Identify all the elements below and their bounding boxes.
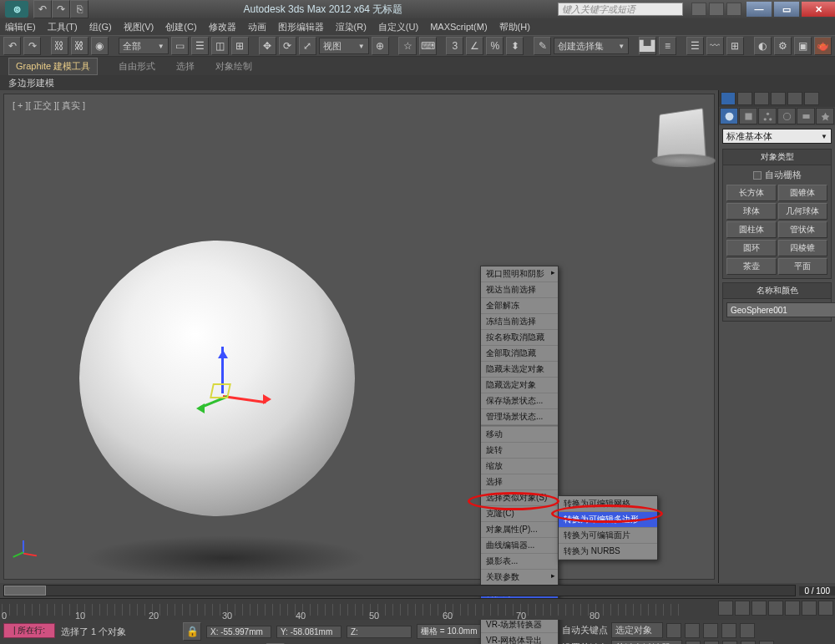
prim-teapot[interactable]: 茶壶 <box>726 258 777 275</box>
menu-group[interactable]: 组(G) <box>89 21 112 33</box>
ref-coord[interactable]: 视图▼ <box>319 38 369 54</box>
select-region-btn[interactable]: ◫ <box>211 37 229 55</box>
angle-snap-btn[interactable]: ∠ <box>466 37 483 55</box>
editset-btn[interactable]: ✎ <box>534 37 551 55</box>
next-frame-btn[interactable] <box>721 623 736 638</box>
ribbon-panel[interactable]: 多边形建模 <box>8 77 54 89</box>
minimize-button[interactable]: — <box>746 2 772 17</box>
goto-start-btn[interactable] <box>666 623 681 638</box>
ctx-item[interactable]: 管理场景状态... <box>481 409 558 425</box>
ctx-item[interactable]: 选择类似对象(S) <box>481 490 558 506</box>
prim-box[interactable]: 长方体 <box>726 185 777 201</box>
coord-x[interactable]: X: -55.997mm <box>206 626 271 638</box>
render-btn[interactable]: 🫖 <box>814 37 832 55</box>
qat-btn[interactable]: ⎘ <box>70 0 89 18</box>
hierarchy-tab[interactable] <box>758 108 777 124</box>
ctx-item[interactable]: 对象属性(P)... <box>481 522 558 538</box>
mirror-btn[interactable]: ▙▟ <box>639 37 656 55</box>
ribbon-tab-freeform[interactable]: 自由形式 <box>119 60 155 73</box>
coord-y[interactable]: Y: -58.081mm <box>276 626 342 638</box>
lock-icon[interactable]: 🔒 <box>183 622 201 641</box>
ctx-item[interactable]: 隐藏未选定对象 <box>481 362 558 378</box>
menu-rendering[interactable]: 渲染(R) <box>336 21 367 33</box>
display-icon[interactable] <box>787 92 802 105</box>
unlink-btn[interactable]: ⛓̸ <box>71 37 89 55</box>
select-btn[interactable]: ▭ <box>171 37 189 55</box>
ctx-item[interactable]: 冻结当前选择 <box>481 314 558 330</box>
keymode-btn[interactable]: ⌨ <box>419 37 437 55</box>
prim-pyramid[interactable]: 四棱锥 <box>778 240 828 256</box>
link-btn[interactable]: ⛓ <box>51 37 68 55</box>
nav-btn[interactable] <box>722 641 737 645</box>
help-search[interactable]: 键入关键字或短语 <box>558 3 683 16</box>
prim-cylinder[interactable]: 圆柱体 <box>726 221 777 238</box>
star-icon[interactable] <box>709 3 724 16</box>
menu-customize[interactable]: 自定义(U) <box>378 21 418 33</box>
object-name-field[interactable] <box>726 302 835 317</box>
qat-btn[interactable]: ↶ <box>33 0 52 18</box>
create-tab[interactable] <box>720 108 738 124</box>
manip-btn[interactable]: ☆ <box>398 37 416 55</box>
snap-btn[interactable]: 3 <box>446 37 463 55</box>
select-name-btn[interactable]: ☰ <box>191 37 209 55</box>
track-btn[interactable] <box>768 601 783 616</box>
ctx-item[interactable]: 全部取消隐藏 <box>481 346 558 362</box>
menu-create[interactable]: 创建(C) <box>165 21 196 33</box>
sub-item[interactable]: 转换为可编辑网格 <box>559 496 657 512</box>
rollout-header[interactable]: 对象类型 <box>723 150 831 165</box>
selection-filter[interactable]: 全部▼ <box>119 38 169 54</box>
menu-edit[interactable]: 编辑(E) <box>5 21 36 33</box>
menu-grapheditors[interactable]: 图形编辑器 <box>278 21 324 33</box>
prev-frame-btn[interactable] <box>685 623 700 638</box>
ctx-item[interactable]: 曲线编辑器... <box>481 538 558 554</box>
display-tab[interactable] <box>797 108 815 124</box>
menu-modifiers[interactable]: 修改器 <box>209 21 236 33</box>
spinner-snap-btn[interactable]: ⬍ <box>506 37 524 55</box>
render-setup-btn[interactable]: ⚙ <box>774 37 792 55</box>
track-btn[interactable] <box>802 601 817 616</box>
undo-btn[interactable]: ↶ <box>3 37 21 55</box>
layers-btn[interactable]: ☰ <box>686 37 704 55</box>
prim-torus[interactable]: 圆环 <box>726 240 777 256</box>
nav-btn[interactable] <box>759 641 774 645</box>
display-icon[interactable] <box>804 92 819 105</box>
utilities-tab[interactable] <box>816 108 834 124</box>
menu-help[interactable]: 帮助(H) <box>499 21 530 33</box>
ctx-item[interactable]: 旋转 <box>481 443 558 459</box>
percent-snap-btn[interactable]: % <box>486 37 504 55</box>
keyfilter-btn[interactable]: 关键点过滤器... <box>611 640 682 644</box>
display-icon[interactable] <box>754 92 769 105</box>
ctx-item[interactable]: 移动 <box>481 427 558 443</box>
menu-tools[interactable]: 工具(T) <box>48 21 78 33</box>
rollout-header[interactable]: 名称和颜色 <box>723 283 831 299</box>
modify-tab[interactable] <box>739 108 757 124</box>
rotate-btn[interactable]: ⟳ <box>279 37 296 55</box>
goto-end-btn[interactable] <box>740 623 755 638</box>
keymode-select[interactable]: 选定对象 <box>611 622 663 638</box>
info-icon[interactable] <box>726 3 741 16</box>
prim-cone[interactable]: 圆锥体 <box>778 185 828 201</box>
ctx-item[interactable]: 缩放 <box>481 459 558 474</box>
ctx-item[interactable]: 按名称取消隐藏 <box>481 330 558 346</box>
primitive-category[interactable]: 标准基本体▼ <box>722 129 832 144</box>
prim-geosphere[interactable]: 几何球体 <box>778 203 828 220</box>
menu-maxscript[interactable]: MAXScript(M) <box>430 22 487 32</box>
coord-z[interactable]: Z: <box>347 626 412 638</box>
prim-plane[interactable]: 平面 <box>778 258 828 275</box>
window-crossing-btn[interactable]: ⊞ <box>231 37 249 55</box>
bind-btn[interactable]: ◉ <box>91 37 109 55</box>
motion-tab[interactable] <box>777 108 796 124</box>
ctx-item[interactable]: VR-网格体导出 <box>481 633 558 644</box>
track-btn[interactable] <box>818 601 833 616</box>
nav-btn[interactable] <box>741 641 756 645</box>
prim-sphere[interactable]: 球体 <box>726 203 777 220</box>
move-btn[interactable]: ✥ <box>259 37 276 55</box>
ctx-item[interactable]: 视达当前选择 <box>481 282 558 298</box>
time-slider-thumb[interactable] <box>4 586 46 596</box>
track-btn[interactable] <box>752 601 767 616</box>
display-icon[interactable] <box>737 92 752 105</box>
play-btn[interactable] <box>703 623 718 638</box>
track-btn[interactable] <box>735 601 750 616</box>
nav-btn[interactable] <box>704 641 719 645</box>
scale-btn[interactable]: ⤢ <box>299 37 316 55</box>
